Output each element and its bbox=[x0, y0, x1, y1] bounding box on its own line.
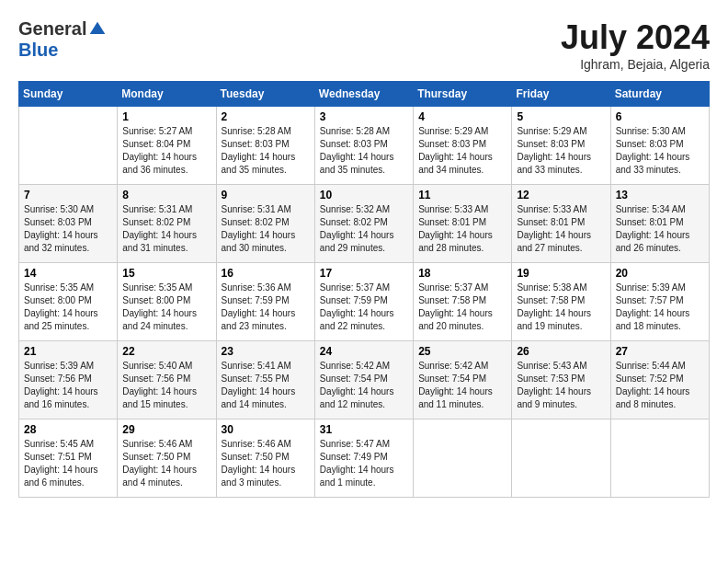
calendar-cell: 19Sunrise: 5:38 AM Sunset: 7:58 PM Dayli… bbox=[512, 263, 610, 341]
page-header: General Blue July 2024 Ighram, Bejaia, A… bbox=[18, 18, 710, 72]
calendar-cell bbox=[414, 419, 512, 498]
calendar-cell: 17Sunrise: 5:37 AM Sunset: 7:59 PM Dayli… bbox=[314, 263, 413, 341]
calendar-week-1: 7Sunrise: 5:30 AM Sunset: 8:03 PM Daylig… bbox=[19, 185, 710, 263]
cell-info: Sunrise: 5:47 AM Sunset: 7:49 PM Dayligh… bbox=[320, 438, 408, 489]
day-number: 29 bbox=[122, 423, 210, 436]
day-number: 5 bbox=[517, 110, 605, 123]
month-title: July 2024 bbox=[561, 18, 710, 57]
cell-info: Sunrise: 5:39 AM Sunset: 7:56 PM Dayligh… bbox=[24, 360, 112, 411]
calendar-week-0: 1Sunrise: 5:27 AM Sunset: 8:04 PM Daylig… bbox=[19, 107, 710, 185]
day-number: 11 bbox=[418, 189, 506, 201]
calendar-cell: 7Sunrise: 5:30 AM Sunset: 8:03 PM Daylig… bbox=[19, 185, 118, 263]
day-number: 17 bbox=[320, 267, 408, 280]
day-number: 22 bbox=[122, 345, 210, 358]
day-number: 25 bbox=[418, 345, 506, 358]
calendar-table: SundayMondayTuesdayWednesdayThursdayFrid… bbox=[18, 81, 710, 498]
cell-info: Sunrise: 5:35 AM Sunset: 8:00 PM Dayligh… bbox=[122, 282, 210, 333]
day-number: 2 bbox=[222, 110, 310, 123]
calendar-cell: 14Sunrise: 5:35 AM Sunset: 8:00 PM Dayli… bbox=[19, 263, 118, 341]
cell-info: Sunrise: 5:31 AM Sunset: 8:02 PM Dayligh… bbox=[222, 203, 310, 255]
column-header-wednesday: Wednesday bbox=[314, 82, 413, 107]
cell-info: Sunrise: 5:29 AM Sunset: 8:03 PM Dayligh… bbox=[418, 125, 506, 177]
calendar-cell: 8Sunrise: 5:31 AM Sunset: 8:02 PM Daylig… bbox=[118, 185, 216, 263]
cell-info: Sunrise: 5:30 AM Sunset: 8:03 PM Dayligh… bbox=[616, 125, 704, 177]
day-number: 7 bbox=[24, 189, 112, 201]
cell-info: Sunrise: 5:33 AM Sunset: 8:01 PM Dayligh… bbox=[517, 203, 605, 255]
day-number: 15 bbox=[122, 267, 210, 280]
calendar-cell: 26Sunrise: 5:43 AM Sunset: 7:53 PM Dayli… bbox=[512, 341, 610, 419]
calendar-cell: 29Sunrise: 5:46 AM Sunset: 7:50 PM Dayli… bbox=[118, 419, 216, 498]
day-number: 8 bbox=[122, 189, 210, 201]
day-number: 30 bbox=[222, 423, 310, 436]
cell-info: Sunrise: 5:38 AM Sunset: 7:58 PM Dayligh… bbox=[517, 282, 605, 333]
calendar-cell: 23Sunrise: 5:41 AM Sunset: 7:55 PM Dayli… bbox=[216, 341, 314, 419]
cell-info: Sunrise: 5:46 AM Sunset: 7:50 PM Dayligh… bbox=[122, 438, 210, 489]
cell-info: Sunrise: 5:37 AM Sunset: 7:58 PM Dayligh… bbox=[418, 282, 506, 333]
calendar-cell: 18Sunrise: 5:37 AM Sunset: 7:58 PM Dayli… bbox=[414, 263, 512, 341]
logo-general-text: General bbox=[18, 18, 86, 40]
cell-info: Sunrise: 5:43 AM Sunset: 7:53 PM Dayligh… bbox=[517, 360, 605, 411]
calendar-cell: 5Sunrise: 5:29 AM Sunset: 8:03 PM Daylig… bbox=[512, 107, 610, 185]
calendar-cell: 25Sunrise: 5:42 AM Sunset: 7:54 PM Dayli… bbox=[414, 341, 512, 419]
calendar-cell: 3Sunrise: 5:28 AM Sunset: 8:03 PM Daylig… bbox=[314, 107, 413, 185]
calendar-week-4: 28Sunrise: 5:45 AM Sunset: 7:51 PM Dayli… bbox=[19, 419, 710, 498]
calendar-week-2: 14Sunrise: 5:35 AM Sunset: 8:00 PM Dayli… bbox=[19, 263, 710, 341]
cell-info: Sunrise: 5:28 AM Sunset: 8:03 PM Dayligh… bbox=[320, 125, 408, 177]
calendar-cell: 20Sunrise: 5:39 AM Sunset: 7:57 PM Dayli… bbox=[610, 263, 709, 341]
title-section: July 2024 Ighram, Bejaia, Algeria bbox=[561, 18, 710, 72]
cell-info: Sunrise: 5:30 AM Sunset: 8:03 PM Dayligh… bbox=[24, 203, 112, 255]
calendar-header-row: SundayMondayTuesdayWednesdayThursdayFrid… bbox=[19, 82, 710, 107]
cell-info: Sunrise: 5:40 AM Sunset: 7:56 PM Dayligh… bbox=[122, 360, 210, 411]
calendar-cell: 4Sunrise: 5:29 AM Sunset: 8:03 PM Daylig… bbox=[414, 107, 512, 185]
day-number: 4 bbox=[418, 110, 506, 123]
day-number: 19 bbox=[517, 267, 605, 280]
calendar-cell: 22Sunrise: 5:40 AM Sunset: 7:56 PM Dayli… bbox=[118, 341, 216, 419]
cell-info: Sunrise: 5:45 AM Sunset: 7:51 PM Dayligh… bbox=[24, 438, 112, 489]
cell-info: Sunrise: 5:27 AM Sunset: 8:04 PM Dayligh… bbox=[122, 125, 210, 177]
cell-info: Sunrise: 5:46 AM Sunset: 7:50 PM Dayligh… bbox=[222, 438, 310, 489]
calendar-cell: 10Sunrise: 5:32 AM Sunset: 8:02 PM Dayli… bbox=[314, 185, 413, 263]
calendar-cell: 30Sunrise: 5:46 AM Sunset: 7:50 PM Dayli… bbox=[216, 419, 314, 498]
calendar-cell: 9Sunrise: 5:31 AM Sunset: 8:02 PM Daylig… bbox=[216, 185, 314, 263]
calendar-cell: 16Sunrise: 5:36 AM Sunset: 7:59 PM Dayli… bbox=[216, 263, 314, 341]
calendar-cell bbox=[512, 419, 610, 498]
cell-info: Sunrise: 5:36 AM Sunset: 7:59 PM Dayligh… bbox=[222, 282, 310, 333]
calendar-cell: 1Sunrise: 5:27 AM Sunset: 8:04 PM Daylig… bbox=[118, 107, 216, 185]
calendar-week-3: 21Sunrise: 5:39 AM Sunset: 7:56 PM Dayli… bbox=[19, 341, 710, 419]
calendar-cell: 6Sunrise: 5:30 AM Sunset: 8:03 PM Daylig… bbox=[610, 107, 709, 185]
calendar-cell: 28Sunrise: 5:45 AM Sunset: 7:51 PM Dayli… bbox=[19, 419, 118, 498]
day-number: 6 bbox=[616, 110, 704, 123]
calendar-cell: 2Sunrise: 5:28 AM Sunset: 8:03 PM Daylig… bbox=[216, 107, 314, 185]
logo: General Blue bbox=[18, 18, 107, 61]
cell-info: Sunrise: 5:31 AM Sunset: 8:02 PM Dayligh… bbox=[122, 203, 210, 255]
cell-info: Sunrise: 5:42 AM Sunset: 7:54 PM Dayligh… bbox=[320, 360, 408, 411]
cell-info: Sunrise: 5:41 AM Sunset: 7:55 PM Dayligh… bbox=[222, 360, 310, 411]
cell-info: Sunrise: 5:32 AM Sunset: 8:02 PM Dayligh… bbox=[320, 203, 408, 255]
calendar-cell: 21Sunrise: 5:39 AM Sunset: 7:56 PM Dayli… bbox=[19, 341, 118, 419]
day-number: 24 bbox=[320, 345, 408, 358]
cell-info: Sunrise: 5:34 AM Sunset: 8:01 PM Dayligh… bbox=[616, 203, 704, 255]
day-number: 21 bbox=[24, 345, 112, 358]
calendar-cell bbox=[610, 419, 709, 498]
cell-info: Sunrise: 5:28 AM Sunset: 8:03 PM Dayligh… bbox=[222, 125, 310, 177]
cell-info: Sunrise: 5:44 AM Sunset: 7:52 PM Dayligh… bbox=[616, 360, 704, 411]
day-number: 3 bbox=[320, 110, 408, 123]
column-header-tuesday: Tuesday bbox=[216, 82, 314, 107]
day-number: 14 bbox=[24, 267, 112, 280]
svg-marker-0 bbox=[90, 21, 106, 33]
location-text: Ighram, Bejaia, Algeria bbox=[561, 57, 710, 72]
day-number: 1 bbox=[122, 110, 210, 123]
calendar-cell: 13Sunrise: 5:34 AM Sunset: 8:01 PM Dayli… bbox=[610, 185, 709, 263]
day-number: 28 bbox=[24, 423, 112, 436]
day-number: 18 bbox=[418, 267, 506, 280]
calendar-cell: 27Sunrise: 5:44 AM Sunset: 7:52 PM Dayli… bbox=[610, 341, 709, 419]
column-header-friday: Friday bbox=[512, 82, 610, 107]
calendar-cell: 12Sunrise: 5:33 AM Sunset: 8:01 PM Dayli… bbox=[512, 185, 610, 263]
calendar-cell: 31Sunrise: 5:47 AM Sunset: 7:49 PM Dayli… bbox=[314, 419, 413, 498]
cell-info: Sunrise: 5:37 AM Sunset: 7:59 PM Dayligh… bbox=[320, 282, 408, 333]
logo-blue-text: Blue bbox=[18, 40, 58, 61]
day-number: 13 bbox=[616, 189, 704, 201]
cell-info: Sunrise: 5:35 AM Sunset: 8:00 PM Dayligh… bbox=[24, 282, 112, 333]
calendar-cell: 24Sunrise: 5:42 AM Sunset: 7:54 PM Dayli… bbox=[314, 341, 413, 419]
day-number: 31 bbox=[320, 423, 408, 436]
